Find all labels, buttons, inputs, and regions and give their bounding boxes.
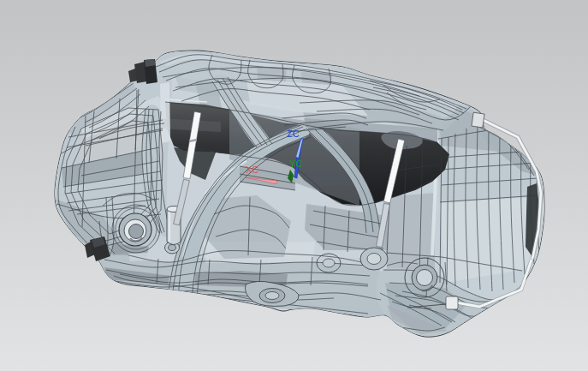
svg-text:XC: XC <box>246 165 258 175</box>
svg-text:ZC: ZC <box>287 129 300 139</box>
svg-text:YC: YC <box>289 159 302 169</box>
